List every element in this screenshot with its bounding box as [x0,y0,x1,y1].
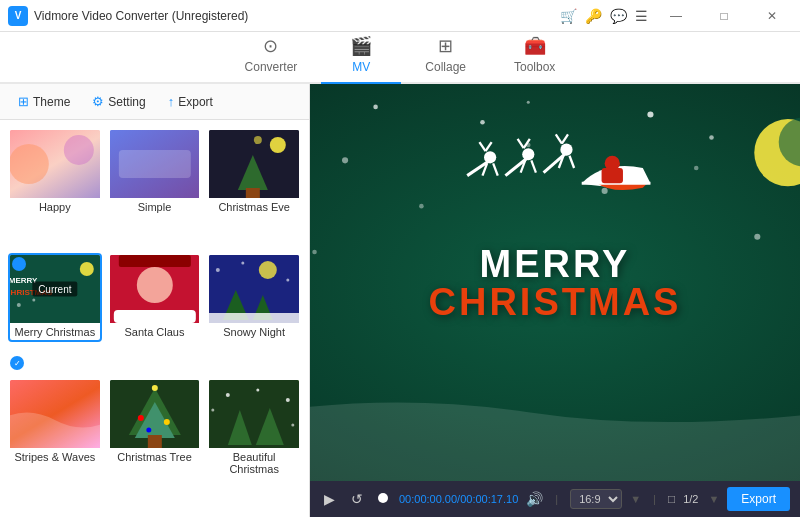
svg-point-49 [373,105,378,110]
tab-toolbox[interactable]: 🧰 Toolbox [490,29,579,84]
svg-rect-9 [246,188,260,198]
current-badge: Current [32,282,77,297]
svg-point-70 [522,148,534,160]
svg-point-56 [342,157,348,163]
repeat-button[interactable]: ↺ [347,489,367,509]
active-check-icon: ✓ [10,356,24,370]
theme-item-beautiful[interactable]: Beautiful Christmas [207,378,301,479]
chat-icon[interactable]: 💬 [610,8,627,24]
preview-christmas-text: CHRISTMAS [429,283,682,321]
svg-point-40 [226,393,230,397]
mv-icon: 🎬 [350,35,372,57]
preview-page-icon: □ [668,492,675,506]
svg-point-35 [163,419,169,425]
svg-point-52 [709,135,714,140]
theme-label-santa: Santa Claus [125,323,185,340]
theme-label-stripes: Stripes & Waves [14,448,95,465]
svg-rect-20 [209,255,299,323]
tab-collage[interactable]: ⊞ Collage [401,29,490,84]
svg-point-42 [286,398,290,402]
title-bar-left: V Vidmore Video Converter (Unregistered) [8,6,248,26]
svg-point-44 [292,424,295,427]
theme-item-stripes[interactable]: Stripes & Waves [8,378,102,467]
theme-item-merry-christmas[interactable]: MERRY CHRISTMAS Current Merry Christmas [8,253,102,342]
close-button[interactable]: ✕ [752,2,792,30]
svg-point-55 [527,101,530,104]
preview-text-content: MERRY CHRISTMAS [429,245,682,321]
svg-point-26 [242,262,245,265]
svg-rect-19 [113,310,195,323]
svg-point-2 [64,135,94,165]
preview-page: 1/2 [683,493,698,505]
theme-item-simple-wrapper: Simple [108,128,202,247]
key-icon[interactable]: 🔑 [585,8,602,24]
play-button[interactable]: ▶ [320,489,339,509]
tab-collage-label: Collage [425,60,466,74]
minimize-button[interactable]: — [656,2,696,30]
svg-point-15 [32,299,35,302]
theme-thumb-christmas-eve [209,130,299,198]
theme-grid: Happy Simple [0,120,309,517]
toolbox-icon: 🧰 [524,35,546,57]
svg-point-14 [17,303,21,307]
theme-item-snowy[interactable]: Snowy Night [207,253,301,342]
cart-icon[interactable]: 🛒 [560,8,577,24]
svg-rect-32 [147,435,161,448]
app-logo: V [8,6,28,26]
setting-gear-icon: ⚙ [92,94,104,109]
tab-mv[interactable]: 🎬 MV [321,29,401,84]
theme-tab-label: Theme [33,95,70,109]
theme-item-happy-wrapper: Happy [8,128,102,247]
right-panel: MERRY CHRISTMAS ▶ ↺ 00:00:00.00/00:00:17… [310,84,800,517]
theme-grid-icon: ⊞ [18,94,29,109]
time-display: 00:00:00.00/00:00:17.10 [399,493,518,505]
preview-merry-text: MERRY [429,245,682,283]
panel-tab-setting[interactable]: ⚙ Setting [82,90,155,113]
svg-point-50 [480,120,485,125]
svg-point-1 [10,144,49,184]
svg-point-17 [136,267,172,303]
svg-point-21 [259,261,277,279]
maximize-button[interactable]: □ [704,2,744,30]
ratio-select[interactable]: 16:9 4:3 1:1 [570,489,622,509]
theme-thumb-snowy [209,255,299,323]
panel-tab-theme[interactable]: ⊞ Theme [8,90,80,113]
svg-point-76 [560,144,572,156]
title-bar-icons: 🛒 🔑 💬 ☰ — □ ✕ [560,2,792,30]
svg-point-41 [257,389,260,392]
menu-icon[interactable]: ☰ [635,8,648,24]
tab-converter[interactable]: ⊙ Converter [221,29,322,84]
svg-point-43 [212,409,215,412]
theme-item-merry-christmas-wrapper: MERRY CHRISTMAS Current Merry Christmas … [8,253,102,372]
main-area: ⊞ Theme ⚙ Setting ↑ Export [0,84,800,517]
svg-rect-24 [209,313,299,323]
theme-thumb-happy [10,130,100,198]
tab-toolbox-label: Toolbox [514,60,555,74]
svg-point-34 [137,415,143,421]
svg-point-27 [287,279,290,282]
theme-label-merry-christmas: Merry Christmas [14,323,95,340]
svg-rect-83 [602,168,623,183]
svg-point-7 [254,136,262,144]
theme-label-christmas-eve: Christmas Eve [218,198,290,215]
theme-thumb-beautiful [209,380,299,448]
theme-item-happy[interactable]: Happy [8,128,102,217]
title-bar: V Vidmore Video Converter (Unregistered)… [0,0,800,32]
theme-item-christmas-eve-wrapper: Christmas Eve [207,128,301,247]
export-button[interactable]: Export [727,487,790,511]
theme-item-santa[interactable]: Santa Claus [108,253,202,342]
volume-icon[interactable]: 🔊 [526,491,543,507]
theme-thumb-santa [110,255,200,323]
left-panel: ⊞ Theme ⚙ Setting ↑ Export [0,84,310,517]
theme-item-simple[interactable]: Simple [108,128,202,217]
svg-point-25 [216,268,220,272]
theme-item-snowy-wrapper: Snowy Night [207,253,301,372]
theme-item-christmas-eve[interactable]: Christmas Eve [207,128,301,217]
tab-converter-label: Converter [245,60,298,74]
theme-thumb-merry-christmas: MERRY CHRISTMAS Current [10,255,100,323]
theme-thumb-tree [110,380,200,448]
svg-point-60 [694,166,699,171]
theme-item-tree[interactable]: Christmas Tree [108,378,202,467]
panel-tab-export[interactable]: ↑ Export [158,90,223,113]
svg-point-61 [312,250,317,255]
